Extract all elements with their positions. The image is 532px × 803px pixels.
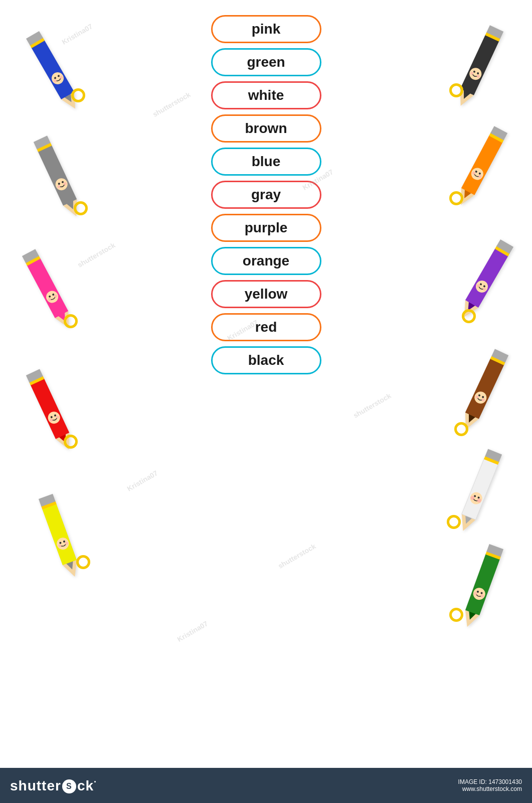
svg-rect-32 <box>30 378 69 439</box>
watermark: shutterstock <box>277 542 317 570</box>
pencil-orange <box>454 110 514 213</box>
label-purple: purple <box>211 214 321 242</box>
pencil-black <box>452 10 512 112</box>
footer: shutterSck· IMAGE ID: 1473001430 www.shu… <box>0 768 532 803</box>
watermark: shutterstock <box>76 241 117 269</box>
label-pink: pink <box>211 15 321 43</box>
pencil-green <box>452 527 517 634</box>
labels-container: pinkgreenwhitebrownbluegraypurpleorangey… <box>211 15 321 374</box>
pencil-white <box>452 432 512 539</box>
pencil-blue <box>20 15 80 117</box>
watermark: shutterstock <box>151 90 192 118</box>
label-orange: orange <box>211 247 321 275</box>
main-content: pinkgreenwhitebrownbluegraypurpleorangey… <box>0 0 532 768</box>
footer-logo: shutterSck· <box>10 777 97 793</box>
svg-rect-42 <box>42 503 77 565</box>
svg-rect-92 <box>462 458 498 520</box>
svg-rect-102 <box>465 554 500 615</box>
pencil-pink <box>15 231 75 338</box>
pencil-gray <box>25 120 85 223</box>
watermark: shutterstock <box>352 391 393 420</box>
label-red: red <box>211 313 321 341</box>
label-blue: blue <box>211 148 321 176</box>
label-green: green <box>211 48 321 76</box>
svg-rect-52 <box>460 34 499 95</box>
label-yellow: yellow <box>211 280 321 308</box>
label-gray: gray <box>211 181 321 209</box>
footer-image-id: IMAGE ID: 1473001430 www.shutterstock.co… <box>458 778 522 792</box>
shutterstock-logo: shutterSck· <box>10 778 97 793</box>
pencil-brown <box>457 331 517 439</box>
svg-rect-22 <box>27 258 68 318</box>
label-white: white <box>211 81 321 109</box>
svg-rect-62 <box>461 135 503 195</box>
pencil-red <box>18 351 78 459</box>
watermark: Kristina07 <box>176 619 210 643</box>
svg-rect-2 <box>31 40 74 99</box>
pencil-yellow <box>25 477 90 584</box>
watermark: Kristina07 <box>126 469 159 493</box>
svg-rect-12 <box>38 145 77 205</box>
label-brown: brown <box>211 114 321 143</box>
label-black: black <box>211 346 321 374</box>
pencil-purple <box>459 221 519 328</box>
svg-rect-82 <box>465 358 504 419</box>
svg-rect-72 <box>465 248 508 308</box>
